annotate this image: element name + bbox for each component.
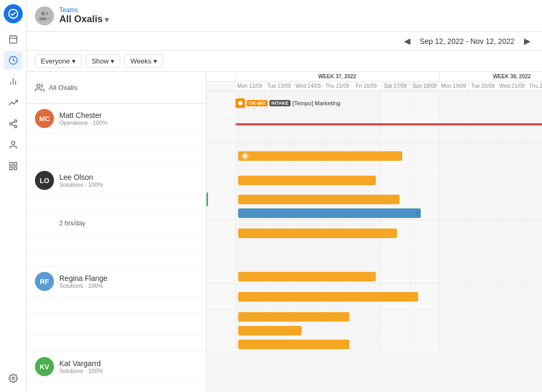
svg-point-14 [12, 141, 15, 144]
person-group-kat: KV Kat Vargarrd Solutions · 100% [26, 352, 206, 392]
show-filter-button[interactable]: Show ▾ [86, 54, 121, 68]
next-date-button[interactable]: ▶ [521, 35, 534, 47]
teams-label: Teams [59, 6, 109, 14]
svg-point-22 [238, 101, 242, 105]
lee-task-row-2 [206, 169, 542, 193]
lee-bar-1[interactable] [238, 151, 402, 161]
svg-point-10 [10, 123, 12, 125]
person-sub: Solutions · 100% [59, 181, 103, 188]
person-row: LO Lee Olson Solutions · 100% [26, 166, 206, 195]
main-content: Teams All Oxalis ▾ ◀ Sep 12, 2022 - Nov … [26, 0, 542, 392]
person-name: Regina Flange [59, 274, 107, 282]
kat-bar-3[interactable] [238, 326, 302, 335]
day-cell-sat17: Sat 17/09 [381, 81, 410, 90]
org-title: All Oxalis ▾ [59, 14, 109, 25]
person-group-lee: LO Lee Olson Solutions · 100% 2 hrs/day [26, 166, 206, 267]
svg-point-9 [14, 120, 17, 123]
person-group-matt: MC Matt Chester Operations · 100% [26, 104, 206, 166]
person-sub: Solutions · 100% [59, 282, 107, 289]
matt-main-row: OK-697 INTAKE [Tempo] Marketing [206, 91, 542, 117]
sidebar-item-branch[interactable] [4, 114, 23, 133]
task-subrow [26, 381, 206, 392]
matt-empty-row [206, 131, 542, 143]
svg-rect-16 [14, 162, 16, 165]
person-info: Lee Olson Solutions · 100% [59, 173, 103, 188]
sidebar-item-trend[interactable] [4, 93, 23, 112]
lee-bar-2[interactable] [238, 176, 376, 185]
date-nav: ◀ Sep 12, 2022 - Nov 12, 2022 ▶ [26, 32, 542, 51]
regina-empty-row [206, 247, 542, 270]
chart-inner: WEEK 37, 2022 WEEK 38, 2022 Mon 12/09 Tu… [206, 72, 542, 351]
team-header-icon [35, 83, 44, 93]
prev-date-button[interactable]: ◀ [401, 35, 413, 47]
day-cell-mon19: Mon 19/09 [439, 81, 468, 90]
chevron-down-icon: ▾ [153, 57, 157, 65]
svg-rect-18 [10, 167, 12, 170]
svg-line-13 [12, 122, 14, 123]
task-subrow [26, 234, 206, 250]
person-sub: Solutions · 100% [59, 368, 103, 374]
day-cell-sun18: Sun 18/09 [410, 81, 439, 90]
everyone-filter-button[interactable]: Everyone ▾ [35, 54, 82, 68]
sidebar-item-chart[interactable] [4, 72, 23, 91]
regina-bar-1[interactable] [238, 229, 397, 238]
app-logo[interactable] [4, 4, 23, 23]
matt-redbar-row [206, 117, 542, 131]
kat-bar-1[interactable] [238, 292, 418, 302]
task-subrow-empty [26, 149, 206, 165]
sidebar-item-settings[interactable] [4, 369, 23, 388]
task-label: [Tempo] Marketing [292, 100, 340, 106]
avatar: MC [35, 109, 54, 128]
day-header-row: Mon 12/09 Tue 13/09 Wed 14/09 Thu 15/09 … [206, 81, 542, 90]
task-subrow [26, 296, 206, 312]
chart-header: WEEK 37, 2022 WEEK 38, 2022 Mon 12/09 Tu… [206, 72, 542, 91]
sidebar-item-user[interactable] [4, 135, 23, 154]
matt-bar-row: OK-697 INTAKE [Tempo] Marketing [236, 98, 340, 108]
week-label [206, 72, 236, 81]
lee-bar-3[interactable] [238, 195, 400, 204]
kat-task-row-3 [206, 324, 542, 338]
kat-bar-4[interactable] [238, 340, 349, 349]
gantt-wrapper: All Oxalis MC Matt Chester Operations · … [26, 72, 542, 392]
task-subrow [26, 133, 206, 149]
regina-bar-row-2 [206, 270, 542, 284]
everyone-label: Everyone [41, 57, 70, 65]
svg-point-11 [14, 125, 17, 128]
sidebar-item-grid[interactable] [4, 157, 23, 176]
chevron-down-icon[interactable]: ▾ [105, 15, 109, 24]
day-cell-thu22: Thu 22/09 [527, 81, 542, 90]
org-name: All Oxalis [59, 14, 103, 25]
person-group-regina: RF Regina Flange Solutions · 100% [26, 267, 206, 352]
day-cell-tue13: Tue 13/09 [265, 81, 294, 90]
ticket-icon [236, 98, 245, 108]
svg-rect-17 [14, 167, 16, 170]
lee-task-row-3 [206, 193, 542, 206]
chart-column[interactable]: WEEK 37, 2022 WEEK 38, 2022 Mon 12/09 Tu… [206, 72, 542, 392]
task-subrow [26, 195, 206, 211]
kat-bar-2[interactable] [238, 312, 349, 322]
person-row: KV Kat Vargarrd Solutions · 100% [26, 352, 206, 381]
people-column-header: All Oxalis [26, 72, 206, 104]
avatar: RF [35, 272, 54, 291]
person-sub: Operations · 100% [59, 120, 107, 126]
date-range: Sep 12, 2022 - Nov 12, 2022 [420, 37, 514, 45]
team-icon [35, 6, 54, 25]
svg-rect-15 [10, 162, 12, 165]
week-37-label: WEEK 37, 2022 [236, 72, 439, 81]
chart-body: OK-697 INTAKE [Tempo] Marketing [206, 91, 542, 351]
ticket-badge: OK-697 [247, 100, 268, 106]
person-name: Lee Olson [59, 173, 103, 181]
lee-bar-4[interactable]: ↕ [238, 208, 421, 218]
avatar: LO [35, 171, 54, 190]
svg-point-19 [12, 377, 14, 380]
regina-main-row [206, 220, 542, 247]
svg-point-20 [41, 11, 45, 15]
kat-main-row [206, 284, 542, 310]
sidebar-item-calendar[interactable] [4, 30, 23, 49]
weeks-filter-button[interactable]: Weeks ▾ [124, 54, 163, 68]
regina-bar-2[interactable] [238, 272, 376, 281]
sidebar-item-timeline[interactable] [4, 51, 23, 70]
lee-main-row [206, 143, 542, 169]
person-row: MC Matt Chester Operations · 100% [26, 104, 206, 133]
chevron-down-icon: ▾ [72, 57, 76, 65]
